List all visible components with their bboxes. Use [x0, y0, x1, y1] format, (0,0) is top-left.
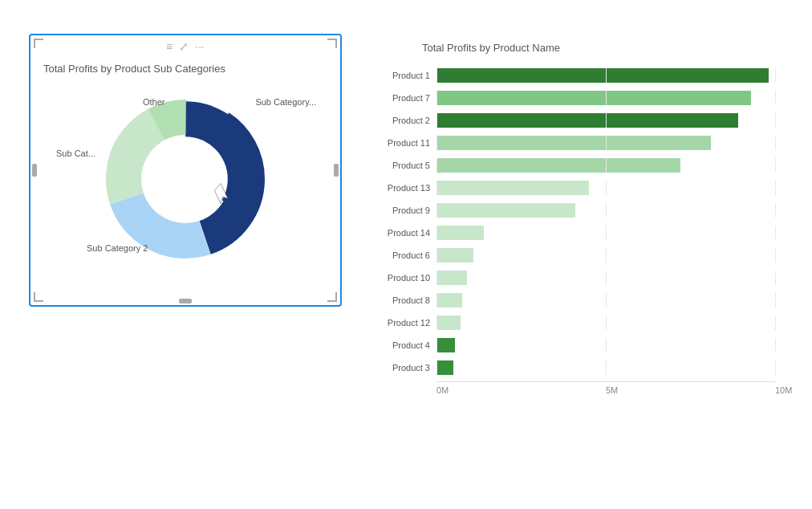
bar-track: [436, 181, 775, 195]
bar-row-label: Product 11: [374, 138, 430, 148]
bar-track: [436, 293, 775, 307]
bar-track: [436, 203, 775, 218]
bar-row-label: Product 4: [374, 340, 430, 350]
bar-row: Product 6: [374, 246, 775, 264]
gridline: [606, 136, 607, 150]
bar-fill: [436, 181, 589, 195]
main-container: ≡ ⤢ ··· Total Profits by Product Sub Cat…: [13, 18, 799, 491]
gridline: [436, 226, 437, 240]
gridline: [436, 203, 437, 218]
bar-fill: [436, 226, 484, 240]
gridline: [775, 181, 776, 195]
panel-toolbar: ≡ ⤢ ···: [30, 40, 340, 53]
bar-fill: [436, 91, 751, 105]
bar-row: Product 8: [374, 291, 775, 309]
gridline: [436, 316, 437, 330]
bar-row-label: Product 13: [374, 183, 430, 193]
resize-handle-left[interactable]: [32, 164, 37, 177]
gridline: [775, 91, 776, 105]
bar-fill: [436, 136, 711, 150]
gridline: [775, 360, 776, 375]
corner-bracket-br: [327, 292, 337, 302]
bar-row: Product 5: [374, 157, 775, 174]
gridline: [606, 226, 607, 240]
gridline: [775, 158, 776, 173]
bar-track: [436, 91, 775, 105]
bar-row-label: Product 1: [374, 71, 430, 80]
x-axis-label: 5M: [606, 385, 618, 395]
bar-row-label: Product 6: [374, 250, 430, 260]
bar-chart-panel: Total Profits by Product Name Product 1P…: [366, 34, 783, 507]
bar-row: Product 14: [374, 224, 775, 242]
gridline: [436, 181, 437, 195]
gridline: [775, 338, 776, 352]
bar-track: [436, 68, 775, 83]
bar-track: [436, 226, 775, 240]
bar-track: [436, 248, 775, 263]
gridline: [606, 158, 607, 173]
bar-fill: [436, 248, 473, 263]
bar-fill: [436, 360, 453, 375]
more-icon[interactable]: ···: [195, 40, 205, 53]
bar-track: [436, 338, 775, 352]
gridline: [606, 293, 607, 307]
menu-icon[interactable]: ≡: [166, 40, 173, 53]
donut-center-hole: [143, 136, 228, 222]
gridline: [606, 271, 607, 285]
bar-fill: [436, 113, 738, 128]
expand-icon[interactable]: ⤢: [179, 40, 189, 53]
gridline: [436, 360, 437, 375]
gridline: [606, 316, 607, 330]
bar-row-label: Product 14: [374, 228, 430, 238]
gridline: [606, 113, 607, 128]
bar-row-label: Product 8: [374, 295, 430, 305]
bar-row-label: Product 7: [374, 93, 430, 103]
bar-row-label: Product 2: [374, 116, 430, 125]
gridline: [775, 226, 776, 240]
bar-fill: [436, 203, 575, 218]
bar-row: Product 13: [374, 179, 775, 197]
bar-row: Product 9: [374, 202, 775, 219]
gridline: [436, 338, 437, 352]
gridline: [775, 316, 776, 330]
donut-chart-title: Total Profits by Product Sub Categories: [43, 63, 332, 75]
gridline: [436, 113, 437, 128]
bar-track: [436, 316, 775, 330]
bar-fill: [436, 68, 769, 83]
gridline: [436, 91, 437, 105]
bar-row: Product 4: [374, 336, 775, 354]
bar-track: [436, 113, 775, 128]
gridline: [436, 293, 437, 307]
gridline: [606, 203, 607, 218]
gridline: [436, 158, 437, 173]
bar-row: Product 12: [374, 314, 775, 332]
gridline: [775, 271, 776, 285]
gridline: [606, 360, 607, 375]
gridline: [775, 293, 776, 307]
gridline: [775, 248, 776, 263]
gridline: [606, 68, 607, 83]
bar-fill: [436, 338, 455, 352]
bar-row: Product 10: [374, 269, 775, 287]
bar-row-label: Product 3: [374, 363, 430, 373]
bar-chart-title: Total Profits by Product Name: [422, 42, 775, 54]
donut-label-sub-cat-2: Sub Category 2: [87, 243, 148, 253]
bar-chart-xaxis: 0M5M10M: [436, 381, 775, 397]
donut-label-sub-cat-left: Sub Cat...: [56, 149, 95, 158]
corner-bracket-bl: [34, 292, 43, 302]
bar-row: Product 2: [374, 112, 775, 129]
resize-handle-bottom[interactable]: [179, 299, 192, 303]
x-axis-label: 10M: [775, 385, 792, 395]
bar-row-label: Product 12: [374, 318, 430, 328]
resize-handle-right[interactable]: [334, 164, 339, 177]
donut-label-other: Other: [143, 97, 165, 107]
bar-fill: [436, 158, 680, 173]
bar-fill: [436, 316, 461, 330]
bar-row: Product 1: [374, 67, 775, 84]
bar-row: Product 7: [374, 89, 775, 107]
bar-chart-body: Product 1Product 7Product 2Product 11Pro…: [374, 67, 775, 377]
donut-svg: [97, 91, 274, 267]
donut-chart-area: Other Sub Category... Sub Cat... Sub Cat…: [39, 83, 332, 275]
gridline: [436, 68, 437, 83]
bar-track: [436, 360, 775, 375]
